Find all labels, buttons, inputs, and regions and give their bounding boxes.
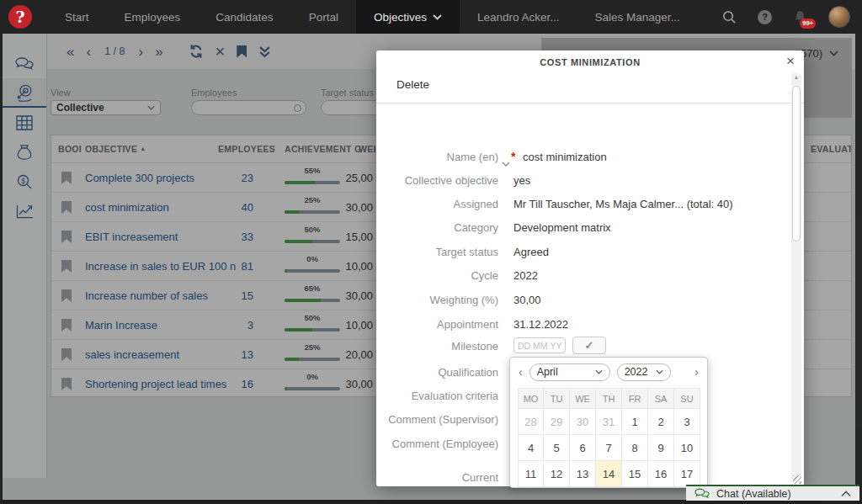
question-mark-glyph: ? xyxy=(758,10,772,24)
close-icon[interactable]: × xyxy=(786,53,795,70)
milestone-date-input[interactable] xyxy=(513,337,566,353)
day-header: TU xyxy=(544,388,570,409)
field-label: Comment (Employee) xyxy=(376,438,498,450)
day-header: SA xyxy=(648,388,674,409)
field-row-name: Name (en) * cost minimization xyxy=(376,151,804,167)
nav-item-label: Start xyxy=(65,11,89,24)
date-picker: ‹ April 2022 › MO TU WE TH FR SA SU 28 2… xyxy=(509,357,708,488)
field-label: Appointment xyxy=(376,318,498,331)
nav-item-label: Candidates xyxy=(216,11,273,24)
day-cell[interactable]: 1 xyxy=(622,409,648,435)
field-value: Agreed xyxy=(513,246,549,258)
nav-item-label: Portal xyxy=(309,11,338,24)
day-cell[interactable]: 16 xyxy=(648,461,674,487)
next-month-icon[interactable]: › xyxy=(694,366,699,378)
nav-item-start[interactable]: Start xyxy=(47,0,107,34)
field-label: Cycle xyxy=(376,269,498,282)
calendar-day-headers: MO TU WE TH FR SA SU xyxy=(518,388,701,409)
field-value: 30,00 xyxy=(513,294,541,306)
user-avatar[interactable] xyxy=(828,6,850,28)
field-row-assigned: Assigned Mr Till Tauscher, Ms Maja Calme… xyxy=(376,198,804,215)
field-label: Name (en) xyxy=(376,151,498,163)
year-value: 2022 xyxy=(625,366,648,378)
field-row-appointment: Appointment 31.12.2022 xyxy=(376,318,804,335)
help-icon[interactable]: ? xyxy=(758,10,772,24)
calendar-week: 28 29 30 31 1 2 3 xyxy=(518,409,701,435)
day-cell[interactable]: 9 xyxy=(648,435,674,461)
app-logo-icon[interactable]: ? xyxy=(8,5,32,29)
modal-title: COST MINIMIZATION xyxy=(376,57,804,67)
chevron-down-icon xyxy=(595,369,603,374)
month-value: April xyxy=(537,366,558,378)
date-picker-nav: ‹ April 2022 › xyxy=(510,358,707,386)
prev-month-icon[interactable]: ‹ xyxy=(519,366,523,378)
day-cell[interactable]: 17 xyxy=(674,461,700,487)
scrollbar-thumb[interactable] xyxy=(792,86,801,241)
day-cell[interactable]: 2 xyxy=(648,409,674,435)
chat-bubbles-icon xyxy=(694,488,710,499)
day-header: MO xyxy=(518,388,544,409)
field-label: Evaluation criteria xyxy=(376,390,498,402)
chevron-up-icon[interactable] xyxy=(841,491,851,497)
day-cell[interactable]: 13 xyxy=(570,461,596,487)
year-select[interactable]: 2022 xyxy=(617,363,671,381)
nav-item-label: Sales Manager... xyxy=(595,11,680,24)
modal-divider xyxy=(376,103,804,103)
day-cell[interactable]: 3 xyxy=(674,409,700,435)
field-label: Comment (Supervisor) xyxy=(376,413,498,426)
day-cell[interactable]: 8 xyxy=(622,435,648,461)
day-cell[interactable]: 11 xyxy=(518,461,544,487)
nav-item-label: Employees xyxy=(125,11,181,24)
day-cell[interactable]: 4 xyxy=(518,435,544,461)
milestone-confirm-button[interactable]: ✓ xyxy=(572,337,606,354)
nav-item-objectives[interactable]: Objectives xyxy=(356,0,460,34)
nav-item-portal[interactable]: Portal xyxy=(291,0,356,34)
field-value: Development matrix xyxy=(513,221,611,234)
nav-right-icons: ? 99+ xyxy=(721,6,862,28)
modal-scrollbar[interactable]: ▲ xyxy=(791,72,801,483)
notification-badge: 99+ xyxy=(800,19,816,29)
day-cell[interactable]: 10 xyxy=(674,435,700,461)
field-value: cost minimization xyxy=(523,151,607,163)
day-header: SU xyxy=(674,388,700,409)
day-cell[interactable]: 5 xyxy=(544,435,570,461)
day-cell[interactable]: 29 xyxy=(544,409,570,435)
calendar-clipped-row xyxy=(518,487,701,488)
day-cell[interactable]: 28 xyxy=(518,409,544,435)
notifications-bell-icon[interactable]: 99+ xyxy=(792,9,808,25)
field-row-category: Category Development matrix xyxy=(376,221,804,238)
day-cell-selected[interactable]: 14 xyxy=(596,461,622,487)
nav-item-label: Leandro Acker... xyxy=(477,11,560,24)
day-cell[interactable]: 15 xyxy=(622,461,648,487)
nav-item-candidates[interactable]: Candidates xyxy=(198,0,290,34)
resize-handle[interactable] xyxy=(793,475,801,484)
scroll-up-icon[interactable]: ▲ xyxy=(791,74,801,80)
month-select[interactable]: April xyxy=(529,363,610,381)
field-value: Mr Till Tauscher, Ms Maja Calmer... (tot… xyxy=(513,198,733,210)
day-cell[interactable]: 6 xyxy=(570,435,596,461)
nav-item-sales-manager[interactable]: Sales Manager... xyxy=(577,0,698,34)
search-icon[interactable] xyxy=(721,9,737,25)
field-label: Current xyxy=(376,471,498,484)
required-asterisk: * xyxy=(511,150,515,163)
day-cell[interactable]: 7 xyxy=(596,435,622,461)
field-row-cycle: Cycle 2022 xyxy=(376,269,804,286)
nav-item-employees[interactable]: Employees xyxy=(107,0,199,34)
field-label: Collective objective xyxy=(376,174,498,187)
calendar-week: 4 5 6 7 8 9 10 xyxy=(518,435,701,461)
top-nav: ? Start Employees Candidates Portal Obje… xyxy=(0,0,862,34)
day-cell[interactable]: 31 xyxy=(596,409,622,435)
chevron-down-icon xyxy=(433,14,442,20)
day-cell[interactable]: 30 xyxy=(570,409,596,435)
chat-bar[interactable]: Chat (Available) xyxy=(686,485,859,501)
chevron-down-icon[interactable] xyxy=(502,155,510,170)
delete-button[interactable]: Delete xyxy=(396,78,429,91)
field-label: Assigned xyxy=(376,198,498,210)
calendar-grid: MO TU WE TH FR SA SU 28 29 30 31 1 2 3 4… xyxy=(518,388,701,488)
field-value: yes xyxy=(513,174,530,187)
field-value: 2022 xyxy=(513,269,538,282)
nav-item-leandro-acker[interactable]: Leandro Acker... xyxy=(460,0,577,34)
field-label: Category xyxy=(376,221,498,234)
day-cell[interactable]: 12 xyxy=(544,461,570,487)
day-header: WE xyxy=(570,388,596,409)
